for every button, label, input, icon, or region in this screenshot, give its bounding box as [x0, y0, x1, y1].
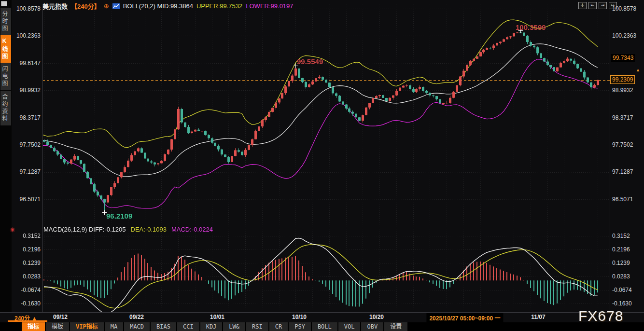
- toolbar-item-bias[interactable]: BIAS: [151, 322, 176, 331]
- price-tick: 97.1287: [12, 168, 41, 176]
- toolbar-item-vol[interactable]: VOL: [338, 322, 361, 331]
- macd-tick: 0.2196: [12, 246, 41, 253]
- toolbar-item-lw[interactable]: LW&: [223, 322, 245, 331]
- price-up-arrow-icon: ▲: [636, 69, 640, 72]
- macd-value-readout: MACD:-0.0224: [171, 226, 213, 233]
- price-tick: 100.2363: [612, 32, 643, 40]
- toolbar-item-vip[interactable]: VIP指标: [70, 322, 104, 331]
- macd-tick: 0.1239: [612, 259, 643, 267]
- price-tick: 100.8578: [612, 5, 643, 13]
- price-tick: 98.9932: [12, 86, 41, 94]
- sidebar-item-candlestick-chart[interactable]: K线图: [0, 35, 11, 63]
- toolbar-item-obv[interactable]: OBV: [361, 322, 383, 331]
- price-tick: 98.3717: [612, 114, 643, 122]
- dea-readout: DEA:-0.1093: [131, 226, 167, 233]
- toolbar-item-kdj[interactable]: KDJ: [200, 322, 223, 331]
- date-tick: 09/12: [53, 314, 68, 320]
- macd-tick: -0.1630: [612, 300, 643, 307]
- sidebar-item-tick-chart[interactable]: 闪电图: [0, 63, 11, 90]
- macd-tick: 0.1239: [12, 259, 41, 267]
- date-tick: 10/10: [292, 314, 307, 320]
- toolbar-item-boll[interactable]: BOLL: [312, 322, 337, 331]
- price-tick: 97.7502: [12, 141, 41, 149]
- price-tick: 97.7502: [612, 141, 643, 149]
- macd-tick: 0.3152: [612, 232, 643, 240]
- charting-app: 分时图 K线图 闪电图 合约资料 美元指数 【240分】 ⊕ BOLL(20,2…: [0, 0, 644, 331]
- toolbar-item-cr[interactable]: CR: [269, 322, 288, 331]
- date-tick: 10/20: [369, 314, 384, 320]
- chart-canvas[interactable]: [42, 4, 610, 313]
- price-tick: 99.6147: [12, 59, 41, 67]
- toolbar-item-template[interactable]: 模板: [46, 322, 69, 331]
- date-tick: 11/07: [531, 314, 545, 320]
- price-tick: 98.3717: [12, 114, 41, 122]
- toolbar-item-cci[interactable]: CCI: [177, 322, 199, 331]
- price-tick: 100.2363: [12, 32, 41, 40]
- corner-toggle[interactable]: [1, 1, 7, 6]
- macd-tick: 0.2196: [612, 246, 643, 253]
- date-tick: 09/22: [129, 314, 144, 320]
- sidebar-item-contract-info[interactable]: 合约资料: [0, 91, 11, 125]
- period-underline: [8, 320, 47, 322]
- band-value-label: 99.7343: [611, 54, 635, 62]
- toolbar-item-settings[interactable]: 设置: [384, 322, 407, 331]
- high-annotation: 99.5549: [297, 57, 323, 66]
- fx678-watermark: FX678: [578, 308, 623, 324]
- macd-tick: 0.0283: [12, 273, 41, 280]
- macd-tick: 0.3152: [12, 232, 41, 240]
- x-axis-strip: [0, 312, 644, 322]
- indicator-toolbar: 指标 模板 VIP指标 MA MACD BIAS CCI KDJ LW& RSI…: [0, 322, 644, 331]
- sidebar-item-timeline-chart[interactable]: 分时图: [0, 8, 11, 35]
- toolbar-item-macd[interactable]: MACD: [124, 322, 150, 331]
- selected-datetime-label: 2025/10/27 05:00~09:00 一: [426, 313, 503, 322]
- date-tick: 10/01: [210, 314, 224, 320]
- price-tick: 97.1287: [612, 168, 643, 176]
- toolbar-item-ma[interactable]: MA: [105, 322, 123, 331]
- macd-header: MACD(26,12,9) DIFF:-0.1205 DEA:-0.1093 M…: [43, 226, 213, 233]
- toolbar-item-psy[interactable]: PSY: [289, 322, 311, 331]
- macd-readout: MACD(26,12,9) DIFF:-0.1205: [43, 226, 126, 233]
- toolbar-item-rsi[interactable]: RSI: [246, 322, 268, 331]
- macd-tick: -0.0674: [12, 286, 41, 294]
- low-annotation: 96.2109: [106, 212, 132, 220]
- left-sidebar: 分时图 K线图 闪电图 合约资料: [0, 0, 12, 331]
- last-price-label: 99.2309: [610, 75, 635, 84]
- price-tick: 96.5071: [612, 195, 643, 203]
- macd-tick: 0.0283: [612, 273, 643, 280]
- price-tick: 100.8578: [12, 5, 41, 13]
- toolbar-item-indicator[interactable]: 指标: [22, 322, 45, 331]
- macd-tick: -0.0674: [612, 286, 643, 294]
- macd-tick: -0.1630: [12, 300, 41, 307]
- high-annotation: 100.3599: [516, 23, 546, 31]
- price-tick: 96.5071: [12, 195, 41, 203]
- price-tick: 98.9932: [612, 86, 643, 94]
